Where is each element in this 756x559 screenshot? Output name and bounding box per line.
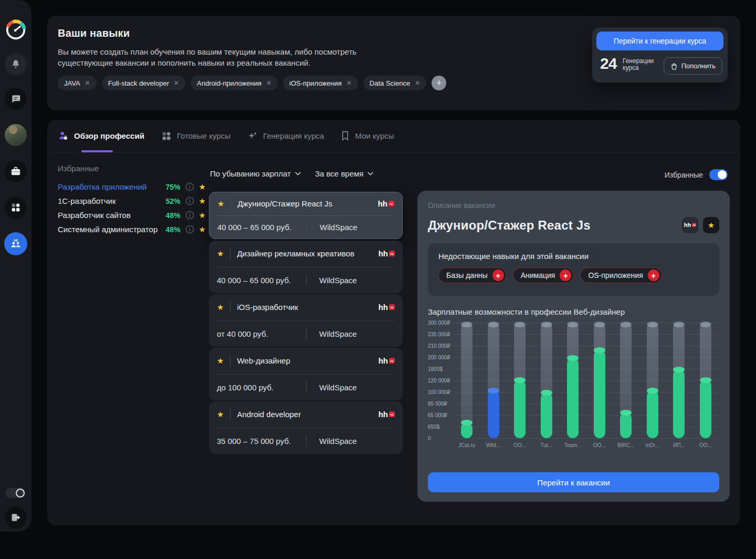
user-avatar[interactable] xyxy=(5,124,27,146)
favorite-profession-row[interactable]: Разработчик сайтов 48% ★ xyxy=(58,208,206,222)
divider xyxy=(306,381,307,393)
tab-my-courses[interactable]: Мои курсы xyxy=(341,131,394,141)
vacancy-star-icon[interactable]: ★ xyxy=(217,199,224,209)
divider xyxy=(230,198,231,210)
chart-bar[interactable] xyxy=(513,323,526,438)
vacancy-card[interactable]: ★ Web-дизайнер hhru до 100 000 руб. Wild… xyxy=(209,348,403,400)
add-skill-icon[interactable]: + xyxy=(492,270,504,281)
chart-bar[interactable] xyxy=(540,323,553,438)
chart-bar[interactable] xyxy=(487,323,500,438)
sort-dropdown-value: По убыванию зарплат xyxy=(210,169,291,178)
favorite-star-icon[interactable]: ★ xyxy=(199,211,206,220)
add-skill-icon[interactable]: + xyxy=(648,270,659,281)
generation-label-line2: курса xyxy=(623,65,654,71)
skill-tag-label: Android-приложения xyxy=(197,79,261,87)
vacancy-star-icon[interactable]: ★ xyxy=(217,356,224,366)
chart-title: Зарплатные возможности в профессии Веб-д… xyxy=(428,307,719,316)
chart-bar[interactable] xyxy=(699,323,712,438)
bell-icon xyxy=(11,59,20,69)
remove-tag-icon[interactable]: ✕ xyxy=(174,79,179,87)
tab-professions-overview[interactable]: Обзор профессий xyxy=(58,130,144,141)
tab-label: Мои курсы xyxy=(355,131,394,140)
info-icon[interactable] xyxy=(185,196,194,205)
vacancy-card[interactable]: ★ Android developer hhru 35 000 – 75 000… xyxy=(209,401,403,454)
vacancy-star-icon[interactable]: ★ xyxy=(217,303,224,312)
theme-toggle[interactable] xyxy=(5,488,25,498)
jobs-nav-button[interactable] xyxy=(5,160,27,182)
sort-dropdown[interactable]: По убыванию зарплат xyxy=(210,169,301,178)
tab-label: Обзор профессий xyxy=(74,131,144,140)
hh-ru-logo: hhru xyxy=(378,200,394,208)
remove-tag-icon[interactable]: ✕ xyxy=(266,79,271,87)
profession-name[interactable]: Разработчик сайтов xyxy=(58,211,160,220)
add-tag-button[interactable]: + xyxy=(432,76,446,90)
divider xyxy=(307,221,307,233)
salary-chart: 300 000₽235 000₽210 000₽200 000₽1800$120… xyxy=(428,323,719,452)
missing-skill-pill[interactable]: Базы данны + xyxy=(438,267,507,283)
chart-bar[interactable] xyxy=(593,323,606,438)
app-logo-gauge-icon[interactable] xyxy=(5,19,27,41)
chart-bar[interactable] xyxy=(566,323,579,438)
vacancy-star-icon[interactable]: ★ xyxy=(217,410,224,419)
topup-button[interactable]: Пополнить xyxy=(664,57,722,75)
profession-name[interactable]: Разработка приложений xyxy=(58,182,160,191)
favorite-profession-row[interactable]: Разработка приложений 75% ★ xyxy=(58,180,206,194)
hh-ru-logo: hhru xyxy=(379,357,395,365)
notifications-button[interactable] xyxy=(5,53,27,75)
vacancy-card[interactable]: ★ Дизайнер рекламных креативов hhru 40 0… xyxy=(209,241,403,293)
favorite-profession-row[interactable]: Системный администратор 48% ★ xyxy=(58,222,206,236)
chart-bar[interactable] xyxy=(460,323,473,438)
period-dropdown[interactable]: За все время xyxy=(315,169,373,178)
remove-tag-icon[interactable]: ✕ xyxy=(346,79,352,87)
tab-course-generation[interactable]: Генерация курса xyxy=(247,131,324,141)
apps-nav-button[interactable] xyxy=(5,196,27,219)
vacancy-company: WildSpace xyxy=(319,383,357,392)
add-skill-icon[interactable]: + xyxy=(560,270,571,281)
skill-tag-label: Data Science xyxy=(370,79,410,87)
skill-tag[interactable]: Android-приложения✕ xyxy=(191,76,278,90)
logout-button[interactable] xyxy=(5,506,27,529)
chart-bar[interactable] xyxy=(646,323,659,438)
missing-skill-label: Базы данны xyxy=(446,271,488,280)
y-axis-tick-label: 120 000₽ xyxy=(428,378,450,384)
missing-skill-pill[interactable]: Анимация + xyxy=(513,267,574,283)
hh-ru-logo: hhru xyxy=(379,303,395,311)
tab-ready-courses[interactable]: Готовые курсы xyxy=(161,131,230,141)
skill-tag[interactable]: Full-stack developer✕ xyxy=(102,76,185,90)
profession-name[interactable]: Системный администратор xyxy=(58,225,160,234)
info-icon[interactable] xyxy=(185,182,194,191)
y-axis-tick-label: 100 000₽ xyxy=(428,389,450,395)
vacancy-card[interactable]: ★ iOS-разработчик hhru от 40 000 руб. Wi… xyxy=(209,294,403,347)
go-to-vacancy-button[interactable]: Перейти к вакансии xyxy=(428,472,719,492)
favorites-toggle[interactable] xyxy=(709,169,728,180)
info-icon[interactable] xyxy=(185,211,194,220)
favorite-star-icon[interactable]: ★ xyxy=(199,196,206,206)
vacancy-salary: 40 000 – 65 000 руб. xyxy=(217,223,300,232)
remove-tag-icon[interactable]: ✕ xyxy=(85,79,90,87)
vacancy-salary: от 40 000 руб. xyxy=(217,329,300,338)
vacancy-card[interactable]: ★ Джуниор/Стажер React Js hhru 40 000 – … xyxy=(209,192,403,239)
match-percent: 48% xyxy=(160,225,181,234)
vacancy-star-icon[interactable]: ★ xyxy=(217,249,224,258)
remove-tag-icon[interactable]: ✕ xyxy=(415,79,420,87)
favorite-star-icon[interactable]: ★ xyxy=(199,182,206,192)
profession-name[interactable]: 1С-разработчик xyxy=(58,196,160,205)
missing-skill-pill[interactable]: OS-приложения + xyxy=(580,267,662,283)
chat-button[interactable] xyxy=(5,88,27,110)
chart-plot xyxy=(454,323,718,438)
chart-bar[interactable] xyxy=(620,323,632,438)
favorite-profession-row[interactable]: 1С-разработчик 52% ★ xyxy=(58,194,206,208)
skill-tag[interactable]: Data Science✕ xyxy=(363,76,426,90)
bar-fill-cap xyxy=(488,388,499,394)
skills-exchange-nav-button[interactable] xyxy=(4,232,27,255)
generation-count-label: Генерации курса xyxy=(623,58,654,71)
skill-tag[interactable]: JAVA✕ xyxy=(58,76,97,90)
favorite-star-badge[interactable]: ★ xyxy=(703,217,719,233)
chart-bar[interactable] xyxy=(673,323,685,438)
go-to-course-generation-button[interactable]: Перейти к генерации курса xyxy=(596,32,723,50)
info-icon[interactable] xyxy=(185,225,194,234)
skill-tag[interactable]: iOS-приложения✕ xyxy=(283,76,358,90)
missing-skill-label: Анимация xyxy=(521,271,555,280)
favorite-star-icon[interactable]: ★ xyxy=(199,225,206,234)
vacancy-company: WildSpace xyxy=(320,223,358,232)
